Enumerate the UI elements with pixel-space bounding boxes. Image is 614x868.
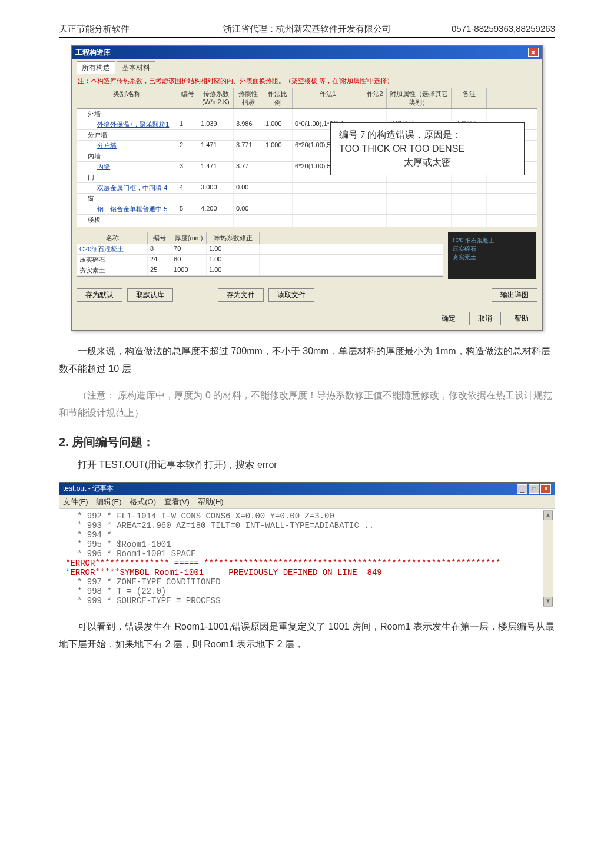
paragraph-2: （注意： 原构造库中，厚度为 0 的材料，不能修改厚度！导热系数修正值不能随意修… bbox=[59, 387, 555, 423]
minimize-icon[interactable]: _ bbox=[517, 484, 527, 494]
col-id: 编号 bbox=[177, 88, 198, 108]
bcol-name: 名称 bbox=[77, 232, 148, 244]
action-buttons: 存为默认 取默认库 存为文件 读取文件 输出详图 bbox=[72, 284, 542, 307]
log-line: * 992 * FL1-1014 I-W CONS CONS6 X=0.00 Y… bbox=[77, 511, 540, 521]
tab-all[interactable]: 所有构造 bbox=[77, 61, 115, 74]
load-default-button[interactable]: 取默认库 bbox=[127, 288, 173, 302]
footer-buttons: 确定 取消 帮助 bbox=[72, 307, 542, 330]
preview-3d: C20 细石混凝土 压实碎石 夯实素土 bbox=[448, 232, 536, 279]
save-file-button[interactable]: 存为文件 bbox=[218, 288, 264, 302]
log-line: * 993 * AREA=21.960 AZ=180 TILT=0 INT-WA… bbox=[77, 521, 540, 530]
col-p: 作法比例 bbox=[263, 88, 293, 108]
menu-help[interactable]: 帮助(H) bbox=[198, 497, 224, 506]
col-f2: 作法2 bbox=[363, 88, 387, 108]
col-name: 类别\名称 bbox=[77, 88, 177, 108]
log-line: * 999 * SOURCE-TYPE = PROCESS bbox=[77, 596, 540, 606]
tab-material[interactable]: 基本材料 bbox=[117, 61, 155, 74]
col-rem: 备注 bbox=[452, 88, 487, 108]
menu-file[interactable]: 文件(F) bbox=[63, 497, 88, 506]
dialog-window: 工程构造库 ✕ 所有构造 基本材料 注：本构造库传热系数，已考虑该围护结构相对应… bbox=[71, 45, 543, 331]
table-row[interactable]: 双层金属门框，中间填 443.0000.00 bbox=[77, 183, 537, 194]
header-left: 天正节能分析软件 bbox=[59, 24, 183, 35]
col-attr: 附加属性（选择其它类别） bbox=[387, 88, 452, 108]
menu-view[interactable]: 查看(V) bbox=[164, 497, 190, 506]
close-icon[interactable]: ✕ bbox=[528, 48, 539, 57]
material-row[interactable]: C20细石混凝土8701.00 bbox=[77, 244, 443, 255]
notepad-titlebar: test.out - 记事本 _ □ ✕ bbox=[59, 483, 555, 495]
export-detail-button[interactable]: 输出详图 bbox=[492, 288, 537, 302]
callout-title: 编号 7 的构造错误，原因是： bbox=[339, 129, 516, 141]
material-grid: 名称 编号 厚度(mm) 导热系数修正 C20细石混凝土8701.00压实碎石2… bbox=[77, 232, 443, 277]
notepad-title: test.out - 记事本 bbox=[63, 484, 114, 494]
bcol-id: 编号 bbox=[148, 232, 171, 244]
log-line: * 995 * $Room1-1001 bbox=[77, 540, 540, 549]
notepad-window: test.out - 记事本 _ □ ✕ 文件(F) 编辑(E) 格式(O) 查… bbox=[59, 482, 555, 608]
log-line: * 994 * bbox=[77, 530, 540, 540]
maximize-icon[interactable]: □ bbox=[529, 484, 539, 494]
cancel-button[interactable]: 取消 bbox=[469, 312, 501, 325]
table-row[interactable]: 9#细石混凝土楼面63.3631.29 bbox=[77, 225, 537, 227]
preview-line3: 夯实素土 bbox=[453, 253, 532, 261]
preview-line2: 压实碎石 bbox=[453, 245, 532, 253]
material-row[interactable]: 夯实素土2510001.00 bbox=[77, 265, 443, 276]
close-notepad-icon[interactable]: ✕ bbox=[540, 484, 551, 494]
paragraph-1: 一般来说，构造做法的总厚度不超过 700mm，不小于 30mm，单层材料的厚度最… bbox=[59, 342, 555, 378]
header-mid: 浙江省代理：杭州新宏基软件开发有限公司 bbox=[183, 24, 432, 35]
section-2-sub: 打开 TEST.OUT(用记事本软件打开)，搜索 error bbox=[59, 456, 555, 474]
menu-format[interactable]: 格式(O) bbox=[130, 497, 156, 506]
bcol-coef: 导热系数修正 bbox=[207, 232, 260, 244]
scrollbar[interactable]: ▲ ▼ bbox=[543, 510, 553, 607]
tabs: 所有构造 基本材料 bbox=[72, 59, 542, 74]
col-k: 传热系数 (W/m2.K) bbox=[198, 88, 234, 108]
material-row[interactable]: 压实碎石24801.00 bbox=[77, 255, 443, 265]
bcol-thick: 厚度(mm) bbox=[171, 232, 207, 244]
col-d: 热惯性指标 bbox=[234, 88, 263, 108]
error-callout: 编号 7 的构造错误，原因是： TOO THICK OR TOO DENSE 太… bbox=[330, 122, 525, 175]
callout-en: TOO THICK OR TOO DENSE bbox=[339, 144, 516, 154]
log-line: * 997 * ZONE-TYPE CONDITIONED bbox=[77, 577, 540, 587]
table-row[interactable]: 钢、铝合金单框普通中 554.2000.00 bbox=[77, 204, 537, 215]
titlebar: 工程构造库 ✕ bbox=[72, 46, 542, 59]
menu-edit[interactable]: 编辑(E) bbox=[96, 497, 121, 506]
error-line-2: *ERROR*****SYMBOL Room1-1001 PREVIOUSLY … bbox=[65, 568, 540, 577]
section-2-title: 2. 房间编号问题： bbox=[59, 434, 555, 450]
grid-header: 类别\名称 编号 传热系数 (W/m2.K) 热惯性指标 作法比例 作法1 作法… bbox=[77, 88, 537, 109]
paragraph-3: 可以看到，错误发生在 Room1-1001,错误原因是重复定义了 1001 房间… bbox=[59, 618, 555, 654]
scroll-down-icon[interactable]: ▼ bbox=[543, 597, 553, 606]
notepad-body[interactable]: * 992 * FL1-1014 I-W CONS CONS6 X=0.00 Y… bbox=[59, 509, 555, 608]
ok-button[interactable]: 确定 bbox=[433, 312, 464, 325]
callout-cn: 太厚或太密 bbox=[339, 157, 516, 169]
log-line: * 998 * T = (22.0) bbox=[77, 587, 540, 596]
help-button[interactable]: 帮助 bbox=[506, 312, 537, 325]
error-line-1: *ERROR*************** ===== ************… bbox=[65, 558, 540, 568]
page-header: 天正节能分析软件 浙江省代理：杭州新宏基软件开发有限公司 0571-882593… bbox=[59, 24, 555, 38]
table-row[interactable]: 窗 bbox=[77, 194, 537, 204]
notepad-menu[interactable]: 文件(F) 编辑(E) 格式(O) 查看(V) 帮助(H) bbox=[59, 495, 555, 509]
table-row[interactable]: 楼板 bbox=[77, 215, 537, 225]
log-line: * 996 * Room1-1001 SPACE bbox=[77, 549, 540, 558]
preview-line1: C20 细石混凝土 bbox=[453, 237, 532, 245]
dialog-title: 工程构造库 bbox=[75, 48, 111, 58]
save-default-button[interactable]: 存为默认 bbox=[77, 288, 122, 302]
col-f1: 作法1 bbox=[293, 88, 363, 108]
table-row[interactable]: 外墙 bbox=[77, 109, 537, 119]
header-phone: 0571-88259363,88259263 bbox=[431, 24, 555, 34]
scroll-up-icon[interactable]: ▲ bbox=[543, 511, 553, 520]
note-text: 注：本构造库传热系数，已考虑该围护结构相对应的内、外表面换热阻。（架空楼板 等，… bbox=[72, 74, 542, 88]
load-file-button[interactable]: 读取文件 bbox=[268, 288, 314, 302]
